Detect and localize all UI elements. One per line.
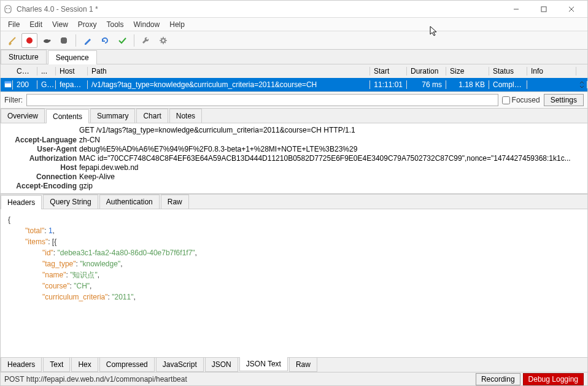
header-row: User-Agentdebug%E5%AD%A6%E7%94%9F%2F0.8.… — [6, 145, 582, 153]
header-name: Accept-Encoding — [6, 182, 79, 190]
recording-indicator[interactable]: Recording — [476, 373, 520, 385]
bodytab-raw[interactable]: Raw — [289, 358, 317, 372]
row-icon — [1, 80, 13, 90]
header-row: Accept-Encodinggzip — [6, 182, 582, 190]
focused-checkbox[interactable]: Focused — [502, 96, 540, 104]
headers-panel: GET /v1/tags?tag_type=knowledge&curricul… — [1, 123, 587, 194]
tab-contents[interactable]: Contents — [46, 109, 89, 123]
bodytab-text[interactable]: Text — [43, 358, 70, 372]
settings-button[interactable]: Settings — [544, 94, 584, 106]
header-name: Host — [6, 163, 79, 172]
debug-logging-indicator[interactable]: Debug Logging — [523, 373, 584, 385]
col-duration[interactable]: Duration — [407, 67, 446, 75]
bodytab-javascript[interactable]: JavaScript — [156, 358, 204, 372]
header-value: Keep-Alive — [79, 172, 582, 181]
cell-method: G... — [37, 80, 56, 89]
broom-icon[interactable] — [4, 33, 20, 48]
col-path[interactable]: Path — [88, 67, 370, 75]
tab-structure[interactable]: Structure — [1, 50, 47, 64]
filter-input[interactable] — [26, 94, 498, 106]
header-value: zh-CN — [79, 136, 582, 144]
bodytab-hex[interactable]: Hex — [71, 358, 98, 372]
window-title: Charles 4.0 - Session 1 * — [17, 5, 502, 14]
stop-icon[interactable] — [56, 33, 72, 48]
header-value: debug%E5%AD%A6%E7%94%9F%2F0.8.3-beta+1+%… — [79, 145, 582, 153]
tab-overview[interactable]: Overview — [1, 109, 45, 123]
body-tabs: Headers Text Hex Compressed JavaScript J… — [1, 357, 587, 372]
subtab-headers[interactable]: Headers — [1, 195, 42, 209]
cell-code: 200 — [13, 80, 37, 89]
cell-host: fepapi... — [56, 80, 88, 89]
pencil-icon[interactable] — [80, 33, 96, 48]
subtab-raw[interactable]: Raw — [161, 195, 189, 209]
svg-point-10 — [161, 39, 165, 42]
cell-status: Complete — [489, 80, 527, 89]
subtab-querystring[interactable]: Query String — [43, 195, 98, 209]
request-sub-tabs: Headers Query String Authentication Raw — [1, 194, 587, 209]
svg-rect-12 — [5, 82, 11, 83]
bodytab-headers[interactable]: Headers — [1, 358, 42, 372]
menu-window[interactable]: Window — [129, 19, 165, 30]
col-start[interactable]: Start — [370, 67, 407, 75]
bodytab-compressed[interactable]: Compressed — [99, 358, 155, 372]
menu-file[interactable]: File — [3, 19, 25, 30]
svg-point-7 — [44, 39, 50, 43]
header-name: User-Agent — [6, 145, 79, 153]
menu-proxy[interactable]: Proxy — [73, 19, 102, 30]
maximize-button[interactable] — [530, 1, 557, 17]
menu-view[interactable]: View — [47, 19, 73, 30]
header-row: ConnectionKeep-Alive — [6, 172, 582, 181]
col-status[interactable]: Status — [489, 67, 527, 75]
request-table: Code ... Host Path Start Duration Size S… — [1, 64, 587, 92]
tab-chart[interactable]: Chart — [136, 109, 168, 123]
col-info[interactable]: Info — [527, 67, 576, 75]
svg-point-0 — [6, 8, 7, 9]
toolbar — [1, 31, 587, 50]
menu-edit[interactable]: Edit — [25, 19, 47, 30]
row-scroll[interactable] — [576, 81, 587, 88]
filter-bar: Filter: Focused Settings — [1, 92, 587, 109]
close-button[interactable] — [557, 1, 585, 17]
header-value: fepapi.dev.web.nd — [79, 163, 582, 172]
record-icon[interactable] — [21, 33, 37, 48]
header-row: Accept-Languagezh-CN — [6, 136, 582, 144]
header-name: Authorization — [6, 154, 79, 163]
col-host[interactable]: Host — [56, 67, 88, 75]
col-code[interactable]: Code — [13, 67, 37, 75]
cell-start: 11:11:01 — [370, 80, 407, 89]
app-icon — [3, 4, 13, 14]
svg-point-6 — [26, 37, 33, 44]
col-method[interactable]: ... — [37, 67, 56, 75]
tab-summary[interactable]: Summary — [90, 109, 135, 123]
subtab-authentication[interactable]: Authentication — [99, 195, 160, 209]
request-line: GET /v1/tags?tag_type=knowledge&curricul… — [6, 126, 582, 134]
refresh-icon[interactable] — [97, 33, 113, 48]
table-row[interactable]: 200 G... fepapi... /v1/tags?tag_type=kno… — [1, 78, 587, 91]
header-name: Accept-Language — [6, 136, 79, 144]
minimize-button[interactable] — [502, 1, 530, 17]
check-icon[interactable] — [114, 33, 130, 48]
detail-tabs: Overview Contents Summary Chart Notes — [1, 109, 587, 123]
main-tabs: Structure Sequence — [1, 50, 587, 64]
header-name: Connection — [6, 172, 79, 181]
svg-marker-9 — [61, 37, 67, 44]
cell-duration: 76 ms — [407, 80, 446, 89]
turtle-icon[interactable] — [39, 33, 55, 48]
status-bar: POST http://fepapi.dev.web.nd/v1/commona… — [1, 372, 587, 385]
filter-label: Filter: — [4, 96, 23, 104]
wrench-icon[interactable] — [138, 33, 154, 48]
svg-point-8 — [49, 39, 51, 41]
menu-bar: File Edit View Proxy Tools Window Help — [1, 18, 587, 31]
bodytab-json[interactable]: JSON — [205, 358, 238, 372]
tab-sequence[interactable]: Sequence — [48, 50, 97, 64]
header-row: Hostfepapi.dev.web.nd — [6, 163, 582, 172]
bodytab-jsontext[interactable]: JSON Text — [239, 357, 288, 371]
status-message: POST http://fepapi.dev.web.nd/v1/commona… — [4, 375, 473, 384]
json-body[interactable]: { "total": 1, "items": [{ "id": "debea3c… — [1, 209, 587, 357]
menu-tools[interactable]: Tools — [102, 19, 129, 30]
tab-notes[interactable]: Notes — [169, 109, 202, 123]
menu-help[interactable]: Help — [164, 19, 190, 30]
header-value: MAC id="70CCF748C48C8F4EF63E64A59ACB13D4… — [79, 154, 582, 163]
col-size[interactable]: Size — [446, 67, 489, 75]
gear-icon[interactable] — [155, 33, 171, 48]
